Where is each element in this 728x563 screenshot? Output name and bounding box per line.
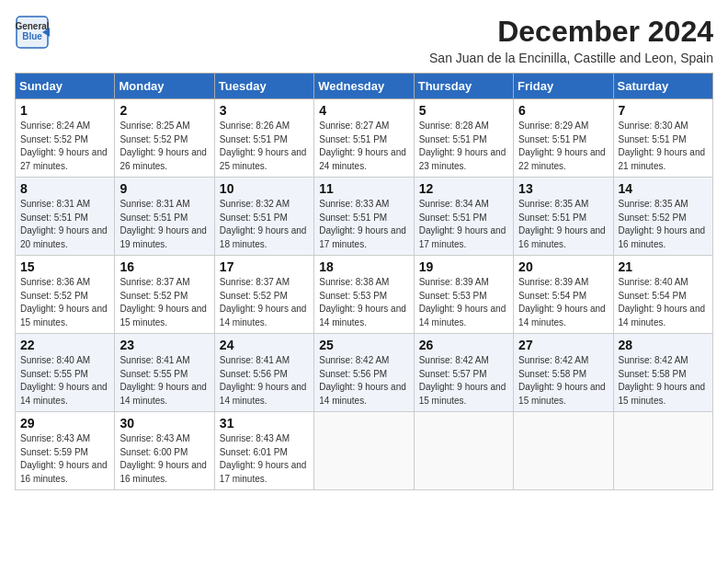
- day-number: 17: [220, 259, 309, 274]
- calendar-day-cell: 25Sunrise: 8:42 AMSunset: 5:56 PMDayligh…: [314, 334, 414, 412]
- calendar-day-cell: 31Sunrise: 8:43 AMSunset: 6:01 PMDayligh…: [214, 412, 313, 490]
- day-number: 28: [619, 338, 708, 352]
- calendar-week-row: 29Sunrise: 8:43 AMSunset: 5:59 PMDayligh…: [16, 412, 713, 490]
- day-number: 25: [319, 338, 408, 352]
- logo: General Blue: [15, 15, 50, 50]
- calendar-week-row: 1Sunrise: 8:24 AMSunset: 5:52 PMDaylight…: [16, 99, 713, 178]
- day-info: Sunrise: 8:38 AMSunset: 5:53 PMDaylight:…: [319, 276, 408, 329]
- day-number: 19: [419, 259, 508, 274]
- day-of-week-header: Wednesday: [314, 74, 414, 99]
- calendar-day-cell: [514, 412, 613, 490]
- title-block: December 2024 San Juan de la Encinilla, …: [429, 15, 713, 65]
- day-number: 9: [119, 181, 209, 196]
- day-number: 29: [20, 416, 109, 431]
- calendar-day-cell: 12Sunrise: 8:34 AMSunset: 5:51 PMDayligh…: [414, 178, 513, 256]
- day-info: Sunrise: 8:42 AMSunset: 5:58 PMDaylight:…: [619, 354, 708, 408]
- day-number: 13: [518, 181, 608, 196]
- calendar-day-cell: 16Sunrise: 8:37 AMSunset: 5:52 PMDayligh…: [115, 256, 214, 334]
- day-number: 31: [220, 416, 309, 431]
- day-number: 27: [518, 338, 608, 352]
- day-of-week-header: Monday: [115, 74, 214, 99]
- day-info: Sunrise: 8:33 AMSunset: 5:51 PMDaylight:…: [319, 198, 408, 251]
- calendar-day-cell: 10Sunrise: 8:32 AMSunset: 5:51 PMDayligh…: [214, 178, 313, 256]
- calendar-day-cell: 4Sunrise: 8:27 AMSunset: 5:51 PMDaylight…: [314, 99, 414, 178]
- day-info: Sunrise: 8:42 AMSunset: 5:56 PMDaylight:…: [319, 354, 408, 408]
- month-title: December 2024: [429, 15, 713, 49]
- calendar-day-cell: 24Sunrise: 8:41 AMSunset: 5:56 PMDayligh…: [214, 334, 313, 412]
- day-info: Sunrise: 8:29 AMSunset: 5:51 PMDaylight:…: [518, 120, 608, 173]
- calendar-day-cell: 29Sunrise: 8:43 AMSunset: 5:59 PMDayligh…: [16, 412, 115, 490]
- day-info: Sunrise: 8:35 AMSunset: 5:51 PMDaylight:…: [518, 198, 608, 251]
- day-number: 11: [319, 181, 408, 196]
- day-number: 23: [119, 338, 209, 352]
- calendar-day-cell: 21Sunrise: 8:40 AMSunset: 5:54 PMDayligh…: [613, 256, 712, 334]
- day-of-week-header: Sunday: [16, 74, 115, 99]
- calendar-day-cell: 13Sunrise: 8:35 AMSunset: 5:51 PMDayligh…: [514, 178, 613, 256]
- calendar-day-cell: 8Sunrise: 8:31 AMSunset: 5:51 PMDaylight…: [16, 178, 115, 256]
- day-of-week-header: Saturday: [613, 74, 712, 99]
- day-of-week-header: Friday: [514, 74, 613, 99]
- day-number: 2: [119, 103, 209, 118]
- day-info: Sunrise: 8:42 AMSunset: 5:57 PMDaylight:…: [419, 354, 508, 408]
- calendar-day-cell: [613, 412, 712, 490]
- calendar-day-cell: 6Sunrise: 8:29 AMSunset: 5:51 PMDaylight…: [514, 99, 613, 178]
- day-info: Sunrise: 8:28 AMSunset: 5:51 PMDaylight:…: [419, 120, 508, 173]
- day-number: 15: [20, 259, 109, 274]
- logo-icon: General Blue: [15, 15, 50, 50]
- calendar-day-cell: 19Sunrise: 8:39 AMSunset: 5:53 PMDayligh…: [414, 256, 513, 334]
- day-info: Sunrise: 8:43 AMSunset: 5:59 PMDaylight:…: [20, 432, 109, 486]
- day-info: Sunrise: 8:40 AMSunset: 5:54 PMDaylight:…: [619, 276, 708, 329]
- day-number: 18: [319, 259, 408, 274]
- day-info: Sunrise: 8:34 AMSunset: 5:51 PMDaylight:…: [419, 198, 508, 251]
- calendar-day-cell: 5Sunrise: 8:28 AMSunset: 5:51 PMDaylight…: [414, 99, 513, 178]
- calendar-day-cell: 14Sunrise: 8:35 AMSunset: 5:52 PMDayligh…: [613, 178, 712, 256]
- day-number: 10: [220, 181, 309, 196]
- day-number: 14: [619, 181, 708, 196]
- day-number: 26: [419, 338, 508, 352]
- calendar-day-cell: [314, 412, 414, 490]
- day-info: Sunrise: 8:40 AMSunset: 5:55 PMDaylight:…: [20, 354, 109, 408]
- day-number: 3: [220, 103, 309, 118]
- day-info: Sunrise: 8:43 AMSunset: 6:01 PMDaylight:…: [220, 432, 309, 486]
- svg-text:Blue: Blue: [22, 31, 42, 41]
- day-info: Sunrise: 8:31 AMSunset: 5:51 PMDaylight:…: [119, 198, 209, 251]
- day-of-week-header: Thursday: [414, 74, 513, 99]
- day-number: 16: [119, 259, 209, 274]
- calendar-day-cell: 22Sunrise: 8:40 AMSunset: 5:55 PMDayligh…: [16, 334, 115, 412]
- day-number: 22: [20, 338, 109, 352]
- day-number: 4: [319, 103, 408, 118]
- day-info: Sunrise: 8:42 AMSunset: 5:58 PMDaylight:…: [518, 354, 608, 408]
- day-number: 7: [619, 103, 708, 118]
- day-info: Sunrise: 8:37 AMSunset: 5:52 PMDaylight:…: [119, 276, 209, 329]
- day-info: Sunrise: 8:24 AMSunset: 5:52 PMDaylight:…: [20, 120, 109, 173]
- calendar-header-row: SundayMondayTuesdayWednesdayThursdayFrid…: [16, 74, 713, 99]
- calendar-day-cell: 30Sunrise: 8:43 AMSunset: 6:00 PMDayligh…: [115, 412, 214, 490]
- day-info: Sunrise: 8:41 AMSunset: 5:55 PMDaylight:…: [119, 354, 209, 408]
- calendar-table: SundayMondayTuesdayWednesdayThursdayFrid…: [15, 73, 713, 490]
- calendar-day-cell: 23Sunrise: 8:41 AMSunset: 5:55 PMDayligh…: [115, 334, 214, 412]
- day-info: Sunrise: 8:39 AMSunset: 5:53 PMDaylight:…: [419, 276, 508, 329]
- day-info: Sunrise: 8:32 AMSunset: 5:51 PMDaylight:…: [220, 198, 309, 251]
- day-info: Sunrise: 8:43 AMSunset: 6:00 PMDaylight:…: [119, 432, 209, 486]
- day-number: 12: [419, 181, 508, 196]
- location-subtitle: San Juan de la Encinilla, Castille and L…: [429, 51, 713, 65]
- calendar-day-cell: 7Sunrise: 8:30 AMSunset: 5:51 PMDaylight…: [613, 99, 712, 178]
- day-number: 6: [518, 103, 608, 118]
- day-number: 20: [518, 259, 608, 274]
- day-number: 24: [220, 338, 309, 352]
- day-info: Sunrise: 8:36 AMSunset: 5:52 PMDaylight:…: [20, 276, 109, 329]
- calendar-day-cell: 11Sunrise: 8:33 AMSunset: 5:51 PMDayligh…: [314, 178, 414, 256]
- day-info: Sunrise: 8:25 AMSunset: 5:52 PMDaylight:…: [119, 120, 209, 173]
- day-info: Sunrise: 8:39 AMSunset: 5:54 PMDaylight:…: [518, 276, 608, 329]
- calendar-day-cell: 28Sunrise: 8:42 AMSunset: 5:58 PMDayligh…: [613, 334, 712, 412]
- day-number: 5: [419, 103, 508, 118]
- day-info: Sunrise: 8:31 AMSunset: 5:51 PMDaylight:…: [20, 198, 109, 251]
- day-info: Sunrise: 8:30 AMSunset: 5:51 PMDaylight:…: [619, 120, 708, 173]
- svg-text:General: General: [15, 21, 49, 31]
- day-info: Sunrise: 8:37 AMSunset: 5:52 PMDaylight:…: [220, 276, 309, 329]
- day-number: 1: [20, 103, 109, 118]
- page-header: General Blue December 2024 San Juan de l…: [15, 15, 713, 65]
- calendar-week-row: 15Sunrise: 8:36 AMSunset: 5:52 PMDayligh…: [16, 256, 713, 334]
- calendar-day-cell: 17Sunrise: 8:37 AMSunset: 5:52 PMDayligh…: [214, 256, 313, 334]
- calendar-day-cell: 27Sunrise: 8:42 AMSunset: 5:58 PMDayligh…: [514, 334, 613, 412]
